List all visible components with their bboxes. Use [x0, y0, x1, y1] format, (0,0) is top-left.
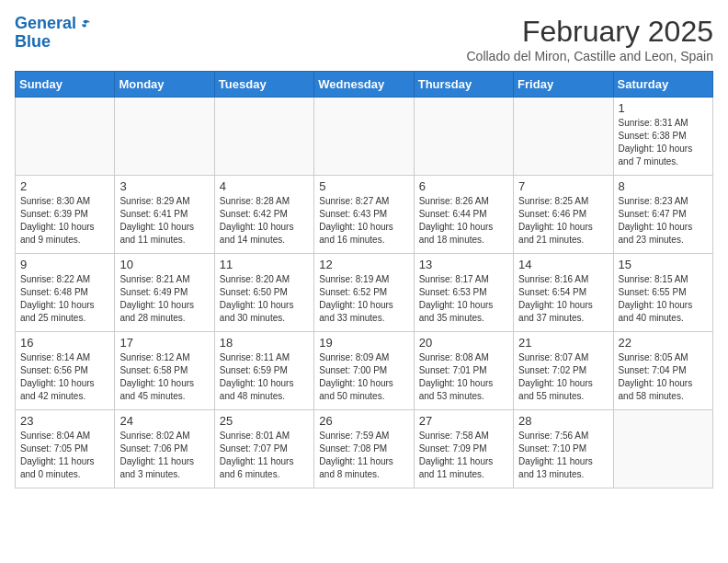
calendar-table: SundayMondayTuesdayWednesdayThursdayFrid…: [15, 71, 713, 488]
day-number: 23: [20, 414, 109, 428]
calendar-cell: 4Sunrise: 8:28 AM Sunset: 6:42 PM Daylig…: [214, 176, 313, 254]
day-number: 4: [220, 179, 309, 193]
calendar-cell: 9Sunrise: 8:22 AM Sunset: 6:48 PM Daylig…: [16, 254, 115, 332]
day-number: 25: [220, 414, 309, 428]
calendar-cell: 15Sunrise: 8:15 AM Sunset: 6:55 PM Dayli…: [613, 254, 712, 332]
calendar-cell: 14Sunrise: 8:16 AM Sunset: 6:54 PM Dayli…: [514, 254, 613, 332]
day-number: 14: [518, 258, 608, 271]
day-info: Sunrise: 8:26 AM Sunset: 6:44 PM Dayligh…: [419, 195, 508, 247]
day-info: Sunrise: 8:22 AM Sunset: 6:48 PM Dayligh…: [20, 273, 109, 325]
day-number: 27: [419, 414, 508, 428]
calendar-cell: 27Sunrise: 7:58 AM Sunset: 7:09 PM Dayli…: [414, 410, 513, 488]
weekday-header-friday: Friday: [514, 72, 613, 98]
day-info: Sunrise: 7:58 AM Sunset: 7:09 PM Dayligh…: [419, 430, 508, 481]
day-number: 22: [619, 336, 708, 350]
day-info: Sunrise: 8:08 AM Sunset: 7:01 PM Dayligh…: [419, 351, 508, 403]
logo-blue: Blue: [15, 33, 90, 50]
calendar-cell: 23Sunrise: 8:04 AM Sunset: 7:05 PM Dayli…: [16, 410, 115, 488]
calendar-cell: 12Sunrise: 8:19 AM Sunset: 6:52 PM Dayli…: [314, 254, 414, 332]
calendar-cell: 11Sunrise: 8:20 AM Sunset: 6:50 PM Dayli…: [214, 254, 313, 332]
calendar-cell: [314, 98, 414, 176]
day-info: Sunrise: 8:30 AM Sunset: 6:39 PM Dayligh…: [20, 195, 109, 247]
weekday-header-sunday: Sunday: [16, 72, 115, 98]
day-info: Sunrise: 7:59 AM Sunset: 7:08 PM Dayligh…: [319, 430, 408, 481]
day-info: Sunrise: 8:23 AM Sunset: 6:47 PM Dayligh…: [619, 195, 708, 247]
logo-text: General: [15, 15, 76, 33]
day-number: 20: [419, 336, 508, 350]
calendar-cell: 16Sunrise: 8:14 AM Sunset: 6:56 PM Dayli…: [16, 332, 115, 410]
day-info: Sunrise: 8:16 AM Sunset: 6:54 PM Dayligh…: [518, 273, 608, 325]
day-number: 26: [319, 414, 408, 428]
weekday-header-row: SundayMondayTuesdayWednesdayThursdayFrid…: [16, 72, 713, 98]
calendar-cell: 2Sunrise: 8:30 AM Sunset: 6:39 PM Daylig…: [16, 176, 115, 254]
day-number: 24: [119, 414, 209, 428]
day-info: Sunrise: 8:28 AM Sunset: 6:42 PM Dayligh…: [220, 195, 309, 247]
calendar-cell: 21Sunrise: 8:07 AM Sunset: 7:02 PM Dayli…: [514, 332, 613, 410]
logo-bird-icon: [77, 17, 90, 30]
day-number: 19: [319, 336, 408, 350]
calendar-cell: 24Sunrise: 8:02 AM Sunset: 7:06 PM Dayli…: [115, 410, 214, 488]
day-info: Sunrise: 8:14 AM Sunset: 6:56 PM Dayligh…: [20, 351, 109, 403]
day-number: 15: [619, 258, 708, 271]
calendar-week-row: 1Sunrise: 8:31 AM Sunset: 6:38 PM Daylig…: [16, 98, 713, 176]
day-info: Sunrise: 8:31 AM Sunset: 6:38 PM Dayligh…: [619, 117, 708, 168]
calendar-cell: 20Sunrise: 8:08 AM Sunset: 7:01 PM Dayli…: [414, 332, 513, 410]
title-area: February 2025 Collado del Miron, Castill…: [467, 15, 714, 63]
day-info: Sunrise: 8:21 AM Sunset: 6:49 PM Dayligh…: [119, 273, 209, 325]
weekday-header-saturday: Saturday: [613, 72, 712, 98]
day-number: 9: [20, 258, 109, 271]
calendar-cell: 1Sunrise: 8:31 AM Sunset: 6:38 PM Daylig…: [613, 98, 712, 176]
day-number: 18: [220, 336, 309, 350]
day-info: Sunrise: 8:15 AM Sunset: 6:55 PM Dayligh…: [619, 273, 708, 325]
day-number: 13: [419, 258, 508, 271]
calendar-cell: 17Sunrise: 8:12 AM Sunset: 6:58 PM Dayli…: [115, 332, 214, 410]
day-number: 6: [419, 179, 508, 193]
day-info: Sunrise: 8:20 AM Sunset: 6:50 PM Dayligh…: [220, 273, 309, 325]
weekday-header-tuesday: Tuesday: [214, 72, 313, 98]
day-info: Sunrise: 8:29 AM Sunset: 6:41 PM Dayligh…: [119, 195, 209, 247]
day-number: 21: [518, 336, 608, 350]
day-number: 16: [20, 336, 109, 350]
day-number: 7: [518, 179, 608, 193]
day-number: 12: [319, 258, 408, 271]
day-info: Sunrise: 8:09 AM Sunset: 7:00 PM Dayligh…: [319, 351, 408, 403]
calendar-cell: 5Sunrise: 8:27 AM Sunset: 6:43 PM Daylig…: [314, 176, 414, 254]
day-number: 11: [220, 258, 309, 271]
calendar-cell: 18Sunrise: 8:11 AM Sunset: 6:59 PM Dayli…: [214, 332, 313, 410]
day-number: 8: [619, 179, 708, 193]
calendar-cell: 7Sunrise: 8:25 AM Sunset: 6:46 PM Daylig…: [514, 176, 613, 254]
calendar-cell: [16, 98, 115, 176]
month-title: February 2025: [467, 15, 714, 49]
day-number: 28: [518, 414, 608, 428]
day-number: 17: [119, 336, 209, 350]
calendar-cell: 26Sunrise: 7:59 AM Sunset: 7:08 PM Dayli…: [314, 410, 414, 488]
day-number: 3: [119, 179, 209, 193]
day-info: Sunrise: 8:11 AM Sunset: 6:59 PM Dayligh…: [220, 351, 309, 403]
day-info: Sunrise: 8:04 AM Sunset: 7:05 PM Dayligh…: [20, 430, 109, 481]
day-info: Sunrise: 8:12 AM Sunset: 6:58 PM Dayligh…: [119, 351, 209, 403]
day-info: Sunrise: 8:02 AM Sunset: 7:06 PM Dayligh…: [119, 430, 209, 481]
logo: General Blue: [15, 15, 90, 50]
day-info: Sunrise: 8:25 AM Sunset: 6:46 PM Dayligh…: [518, 195, 608, 247]
calendar-week-row: 23Sunrise: 8:04 AM Sunset: 7:05 PM Dayli…: [16, 410, 713, 488]
day-number: 10: [119, 258, 209, 271]
calendar-cell: [115, 98, 214, 176]
weekday-header-thursday: Thursday: [414, 72, 513, 98]
day-info: Sunrise: 8:01 AM Sunset: 7:07 PM Dayligh…: [220, 430, 309, 481]
calendar-cell: [414, 98, 513, 176]
day-info: Sunrise: 8:07 AM Sunset: 7:02 PM Dayligh…: [518, 351, 608, 403]
calendar-cell: [514, 98, 613, 176]
location-subtitle: Collado del Miron, Castille and Leon, Sp…: [467, 49, 714, 63]
weekday-header-monday: Monday: [115, 72, 214, 98]
calendar-cell: 13Sunrise: 8:17 AM Sunset: 6:53 PM Dayli…: [414, 254, 513, 332]
day-info: Sunrise: 7:56 AM Sunset: 7:10 PM Dayligh…: [518, 430, 608, 481]
calendar-cell: 8Sunrise: 8:23 AM Sunset: 6:47 PM Daylig…: [613, 176, 712, 254]
page-header: General Blue February 2025 Collado del M…: [15, 15, 713, 63]
calendar-cell: 3Sunrise: 8:29 AM Sunset: 6:41 PM Daylig…: [115, 176, 214, 254]
calendar-cell: [214, 98, 313, 176]
calendar-week-row: 2Sunrise: 8:30 AM Sunset: 6:39 PM Daylig…: [16, 176, 713, 254]
calendar-cell: 6Sunrise: 8:26 AM Sunset: 6:44 PM Daylig…: [414, 176, 513, 254]
logo-general: General: [15, 14, 76, 32]
weekday-header-wednesday: Wednesday: [314, 72, 414, 98]
day-info: Sunrise: 8:27 AM Sunset: 6:43 PM Dayligh…: [319, 195, 408, 247]
